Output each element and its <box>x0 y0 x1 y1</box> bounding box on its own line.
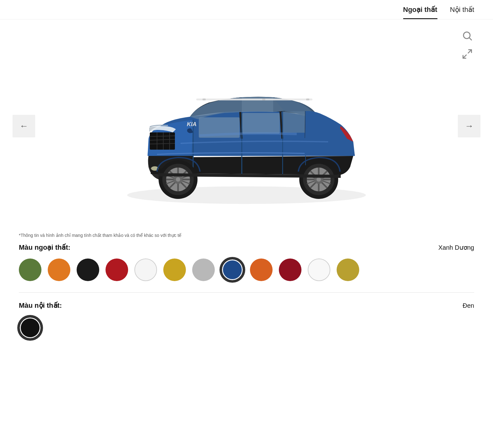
svg-rect-7 <box>282 111 306 133</box>
interior-color-swatches <box>19 317 474 339</box>
exterior-swatch-blue[interactable] <box>221 259 244 281</box>
svg-line-2 <box>468 50 472 53</box>
interior-swatch-black-interior[interactable] <box>19 317 41 339</box>
exterior-color-section: Màu ngoại thất: Xanh Dương <box>0 243 493 281</box>
exterior-color-swatches <box>19 259 474 281</box>
svg-text:KIA: KIA <box>187 121 197 127</box>
svg-point-0 <box>463 32 470 39</box>
interior-selected-name: Đen <box>463 302 474 309</box>
exterior-color-header: Màu ngoại thất: Xanh Dương <box>19 243 474 252</box>
car-illustration: SELTOS <box>102 45 391 208</box>
svg-line-3 <box>463 55 467 58</box>
svg-rect-12 <box>203 99 206 100</box>
fullscreen-icon[interactable] <box>460 47 474 61</box>
car-image-area: SELTOS <box>96 29 397 223</box>
svg-rect-11 <box>196 99 312 100</box>
tab-ngoai-that[interactable]: Ngoại thất <box>403 6 437 19</box>
exterior-swatch-darkred[interactable] <box>279 259 301 281</box>
svg-point-36 <box>176 177 180 182</box>
svg-rect-6 <box>242 113 280 134</box>
exterior-swatch-silver[interactable] <box>192 259 215 281</box>
prev-button[interactable]: ← <box>13 115 35 137</box>
exterior-swatch-green[interactable] <box>19 259 41 281</box>
interior-color-header: Màu nội thất: Đen <box>19 301 474 310</box>
search-icon[interactable] <box>460 29 474 43</box>
top-navigation: Ngoại thất Nội thất <box>0 0 493 19</box>
exterior-swatch-khaki[interactable] <box>337 259 359 281</box>
next-button[interactable]: → <box>458 115 480 137</box>
tab-noi-that[interactable]: Nội thất <box>450 6 474 19</box>
svg-point-47 <box>317 177 321 182</box>
car-viewer: ← <box>0 19 493 233</box>
svg-line-1 <box>469 38 472 40</box>
toolbar-icons <box>460 29 474 61</box>
exterior-color-label: Màu ngoại thất: <box>19 243 70 252</box>
exterior-swatch-white2[interactable] <box>308 259 330 281</box>
section-divider <box>19 292 474 293</box>
exterior-swatch-orange2[interactable] <box>250 259 273 281</box>
svg-rect-13 <box>262 99 265 100</box>
exterior-swatch-black[interactable] <box>77 259 99 281</box>
info-disclaimer: *Thông tin và hình ảnh chỉ mang tính chấ… <box>0 233 493 238</box>
exterior-selected-name: Xanh Dương <box>438 244 474 251</box>
exterior-swatch-gold[interactable] <box>163 259 186 281</box>
interior-color-section: Màu nội thất: Đen <box>0 301 493 339</box>
interior-color-label: Màu nội thất: <box>19 301 62 310</box>
svg-rect-14 <box>306 99 309 100</box>
svg-rect-15 <box>150 132 175 150</box>
exterior-swatch-orange[interactable] <box>48 259 70 281</box>
exterior-swatch-red[interactable] <box>106 259 128 281</box>
exterior-swatch-white[interactable] <box>134 259 157 281</box>
